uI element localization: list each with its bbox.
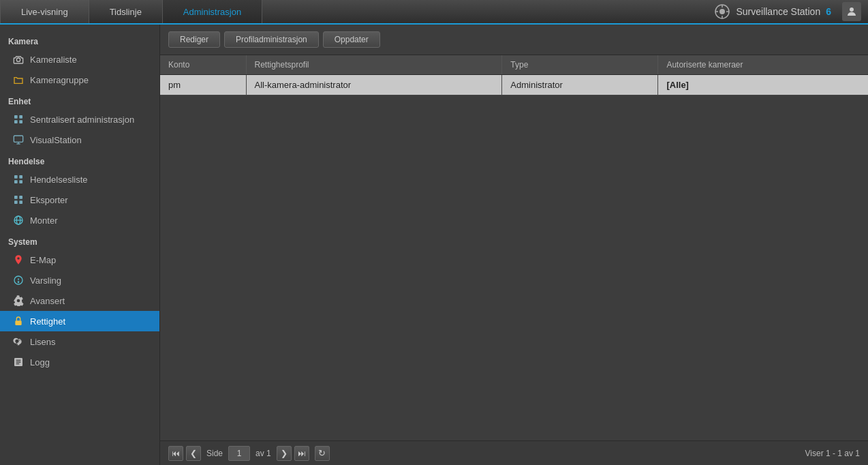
sidebar-item-hendelsesliste[interactable]: Hendelsesliste (0, 169, 159, 190)
content-area: Rediger Profiladministrasjon Oppdater Ko… (160, 25, 868, 465)
main-layout: Kamera Kameraliste Kameragruppe Enhet (0, 25, 868, 465)
sidebar-item-visualstation[interactable]: VisualStation (0, 130, 159, 150)
topbar-right: Surveillance Station 6 (714, 0, 868, 23)
sidebar-item-emap[interactable]: E-Map (0, 250, 159, 270)
sidebar-item-avansert[interactable]: Avansert (0, 290, 159, 311)
tab-timeline[interactable]: Tidslinje (89, 0, 163, 23)
page-next-button[interactable]: ❯ (277, 446, 292, 461)
sidebar-label-sentralisert: Sentralisert administrasjon (30, 115, 134, 125)
sidebar: Kamera Kameraliste Kameragruppe Enhet (0, 25, 160, 465)
sidebar-item-kameragruppe[interactable]: Kameragruppe (0, 70, 159, 90)
col-type: Type (502, 55, 658, 75)
sidebar-item-kameraliste[interactable]: Kameraliste (0, 49, 159, 70)
sidebar-item-eksporter[interactable]: Eksporter (0, 190, 159, 210)
svg-point-1 (719, 9, 725, 14)
svg-point-6 (850, 7, 854, 12)
sidebar-label-hendelsesliste: Hendelsesliste (30, 175, 88, 185)
sidebar-label-rettighet: Rettighet (30, 316, 65, 327)
sidebar-item-sentralisert[interactable]: Sentralisert administrasjon (0, 109, 159, 130)
sidebar-label-lisens: Lisens (30, 337, 56, 347)
svg-rect-29 (15, 320, 21, 325)
svg-rect-8 (14, 115, 18, 119)
pagination-status: Viser 1 - 1 av 1 (805, 449, 860, 458)
sidebar-item-logg[interactable]: Logg (0, 352, 159, 372)
sidebar-section-kamera: Kamera (0, 30, 159, 49)
page-last-button[interactable]: ⏭ (294, 446, 309, 461)
list-icon (12, 173, 25, 185)
pagination-bar: ⏮ ❮ Side av 1 ❯ ⏭ ↻ Viser 1 - 1 av 1 (160, 440, 868, 465)
cell-rettighetsprofil: All-kamera-administrator (246, 75, 502, 95)
sidebar-label-monter: Monter (30, 215, 57, 226)
col-konto: Konto (160, 55, 246, 75)
sidebar-section-hendelse: Hendelse (0, 150, 159, 169)
sidebar-label-kameragruppe: Kameragruppe (30, 75, 89, 85)
sidebar-label-varsling: Varsling (30, 275, 61, 286)
page-av-label: av 1 (255, 449, 271, 458)
emap-icon (12, 254, 25, 266)
refresh-button[interactable]: ↻ (315, 446, 330, 461)
permissions-table: Konto Rettighetsprofil Type Autoriserte … (160, 55, 868, 95)
sidebar-label-eksporter: Eksporter (30, 195, 68, 205)
svg-rect-19 (14, 196, 18, 199)
sidebar-item-varsling[interactable]: Varsling (0, 270, 159, 290)
sidebar-label-emap: E-Map (30, 255, 56, 265)
surveillance-icon (714, 3, 730, 20)
svg-point-7 (16, 58, 20, 61)
cell-type: Administrator (502, 75, 658, 95)
key-icon (12, 335, 25, 348)
profiladministrasjon-button[interactable]: Profiladministrasjon (224, 31, 319, 48)
col-rettighetsprofil: Rettighetsprofil (246, 55, 502, 75)
topbar: Live-visning Tidslinje Administrasjon Su… (0, 0, 868, 25)
sidebar-section-system: System (0, 230, 159, 250)
user-icon-button[interactable] (842, 2, 861, 21)
folder-icon (12, 74, 25, 86)
svg-rect-17 (14, 180, 18, 183)
svg-rect-20 (19, 196, 22, 199)
svg-point-28 (18, 282, 18, 282)
grid-icon (12, 113, 25, 125)
app-title: Surveillance Station (736, 6, 820, 17)
sidebar-label-avansert: Avansert (30, 296, 65, 306)
table-container: Konto Rettighetsprofil Type Autoriserte … (160, 55, 868, 440)
app-version: 6 (826, 6, 831, 17)
col-autoriserte: Autoriserte kameraer (658, 55, 868, 75)
svg-rect-15 (14, 175, 18, 179)
cell-konto: pm (160, 75, 246, 95)
svg-rect-16 (19, 175, 22, 179)
sidebar-section-enhet: Enhet (0, 90, 159, 109)
varsling-icon (12, 274, 25, 286)
svg-rect-9 (19, 115, 22, 119)
page-first-button[interactable]: ⏮ (168, 446, 183, 461)
sidebar-label-logg: Logg (30, 357, 50, 368)
svg-rect-18 (19, 180, 22, 183)
toolbar: Rediger Profiladministrasjon Oppdater (160, 25, 868, 55)
export-icon (12, 194, 25, 206)
sidebar-item-monter[interactable]: Monter (0, 210, 159, 230)
table-row[interactable]: pm All-kamera-administrator Administrato… (160, 75, 868, 95)
svg-rect-22 (19, 200, 22, 204)
rediger-button[interactable]: Rediger (168, 31, 220, 48)
tab-admin[interactable]: Administrasjon (163, 0, 262, 23)
log-icon (12, 356, 25, 368)
user-icon (846, 5, 858, 18)
svg-rect-12 (14, 136, 22, 142)
tab-live[interactable]: Live-visning (0, 0, 89, 23)
globe-icon (12, 214, 25, 226)
page-number-input[interactable] (228, 446, 250, 461)
svg-rect-10 (14, 120, 18, 123)
oppdater-button[interactable]: Oppdater (323, 31, 380, 48)
svg-rect-21 (14, 200, 18, 204)
sidebar-item-lisens[interactable]: Lisens (0, 331, 159, 352)
page-side-label: Side (206, 449, 223, 458)
lock-icon (12, 315, 25, 327)
page-prev-button[interactable]: ❮ (186, 446, 201, 461)
sidebar-item-rettighet[interactable]: Rettighet (0, 311, 159, 331)
svg-rect-11 (19, 120, 22, 123)
gear-icon (12, 295, 25, 307)
sidebar-label-kameraliste: Kameraliste (30, 55, 77, 65)
monitor-icon (12, 134, 25, 146)
sidebar-label-visualstation: VisualStation (30, 135, 82, 145)
cell-autoriserte: [Alle] (658, 75, 868, 95)
camera-icon (12, 53, 25, 65)
